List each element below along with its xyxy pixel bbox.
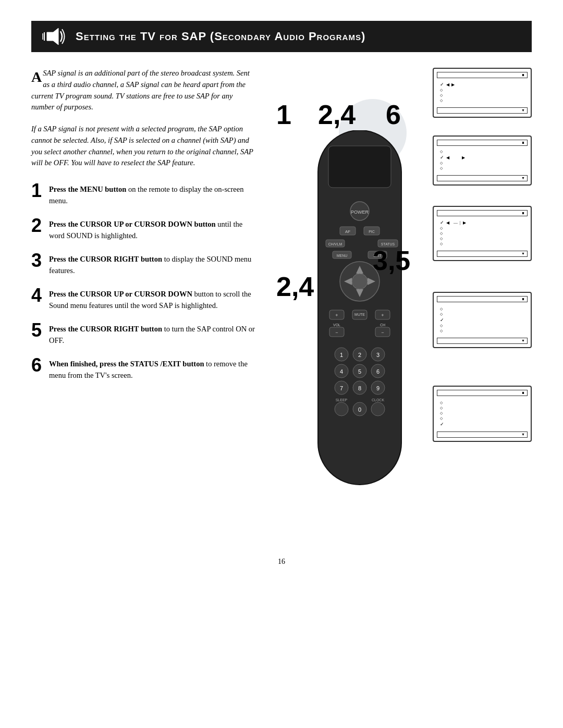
svg-text:MENU: MENU [337,254,348,257]
step-6-text: When finished, press the STATUS /EXIT bu… [49,356,255,381]
tv-top-bar-1 [437,72,528,78]
svg-text:VOL: VOL [333,323,340,327]
step-5-bold: Press the CURSOR RIGHT button [49,325,162,333]
svg-text:4: 4 [340,368,343,375]
left-column: ASAP signal is an additional part of the… [31,68,255,537]
remote-control-area: 1 2,4 6 3,5 2,4 [276,94,438,511]
tv-screen-1: ✓ ◀ ▶ ◇ ◇ ◇ [433,68,532,118]
step-4-text: Press the CURSOR UP or CURSOR DOWN butto… [49,286,255,312]
page-header: Setting the TV for SAP (Secondary Audio … [31,21,532,52]
tv-top-bar-2 [437,140,528,146]
svg-text:3: 3 [376,352,380,358]
tv-top-bar-4 [437,296,528,302]
svg-text:6: 6 [376,368,380,375]
drop-cap: A [31,70,42,84]
step-label-6: 6 [386,99,401,130]
svg-text:9: 9 [376,385,380,391]
step-3-text: Press the CURSOR RIGHT button to display… [49,251,255,277]
step-6-bold: When finished, press the STATUS /EXIT bu… [49,360,204,368]
svg-marker-0 [47,28,58,45]
step-6-number: 6 [31,356,44,375]
tv-screen-4: ◇ ◇ ✓ ◇ ◇ [433,292,532,348]
step-label-35: 3,5 [373,245,410,276]
step-4-number: 4 [31,286,44,305]
tv-bottom-bar-4 [437,338,528,344]
step-4-bold: Press the CURSOR UP or CURSOR DOWN [49,290,192,298]
svg-text:8: 8 [358,385,361,391]
step-label-24-bottom: 2,4 [276,271,314,302]
tv-top-bar-3 [437,210,528,216]
svg-text:SLEEP: SLEEP [336,398,348,402]
tv-bottom-bar-1 [437,107,528,114]
svg-text:−: − [381,330,384,335]
step-5: 5 Press the CURSOR RIGHT button to turn … [31,321,255,347]
tv-bottom-bar-2 [437,175,528,181]
step-2-text: Press the CURSOR UP or CURSOR DOWN butto… [49,216,255,242]
steps-list: 1 Press the MENU button on the remote to… [31,181,255,381]
right-column: ✓ ◀ ▶ ◇ ◇ ◇ [271,68,532,537]
svg-text:7: 7 [340,385,343,391]
svg-text:−: − [335,330,338,335]
svg-rect-4 [328,146,391,188]
intro-paragraph-1: ASAP signal is an additional part of the… [31,68,255,113]
step-1-text: Press the MENU button on the remote to d… [49,181,255,207]
step-2: 2 Press the CURSOR UP or CURSOR DOWN but… [31,216,255,242]
page: Setting the TV for SAP (Secondary Audio … [0,0,563,728]
svg-text:0: 0 [358,406,361,413]
tv-bottom-bar-5 [437,431,528,438]
svg-text:+: + [381,313,384,318]
svg-text:+: + [335,313,338,318]
tv-top-bar-5 [437,390,528,396]
tv-screen-5: ◇ ◇ ◇ ◇ ✓ [433,386,532,442]
speaker-icon [42,26,68,47]
main-content: ASAP signal is an additional part of the… [31,68,532,537]
svg-point-57 [335,402,348,416]
step-3-bold: Press the CURSOR RIGHT button [49,255,162,263]
svg-text:POWER: POWER [351,209,369,215]
intro-paragraph-2: If a SAP signal is not present with a se… [31,124,255,169]
svg-text:5: 5 [358,368,361,375]
remote-svg: POWER AF PIC STATUS [302,130,417,495]
page-number: 16 [31,558,532,566]
svg-text:AF: AF [345,229,350,234]
svg-text:CH: CH [380,323,385,327]
svg-point-24 [352,274,368,289]
step-3: 3 Press the CURSOR RIGHT button to displ… [31,251,255,277]
svg-point-60 [371,402,385,416]
step-2-bold: Press the CURSOR UP or CURSOR DOWN butto… [49,220,216,228]
svg-text:MUTE: MUTE [354,313,365,316]
step-1-number: 1 [31,181,44,200]
step-5-number: 5 [31,321,44,340]
step-2-number: 2 [31,216,44,235]
step-1: 1 Press the MENU button on the remote to… [31,181,255,207]
tv-screen-2: ◇ ✓ ◀ ▶ ◇ ◇ [433,135,532,186]
svg-text:CLOCK: CLOCK [372,398,384,402]
step-4: 4 Press the CURSOR UP or CURSOR DOWN but… [31,286,255,312]
svg-text:1: 1 [340,352,343,358]
step-3-number: 3 [31,251,44,270]
tv-screen-3: ✓ ◀ — | ▶ ◇ ◇ [433,206,532,261]
svg-text:2: 2 [358,352,361,358]
tv-bottom-bar-3 [437,251,528,257]
page-title: Setting the TV for SAP (Secondary Audio … [76,30,365,43]
step-label-1: 1 [276,99,291,130]
step-6: 6 When finished, press the STATUS /EXIT … [31,356,255,381]
svg-text:CH/VLM: CH/VLM [328,242,342,246]
step-1-bold: Press the MENU button [49,185,126,193]
step-label-24-top: 2,4 [318,99,356,130]
step-5-text: Press the CURSOR RIGHT button to turn th… [49,321,255,347]
svg-text:PIC: PIC [369,230,375,233]
